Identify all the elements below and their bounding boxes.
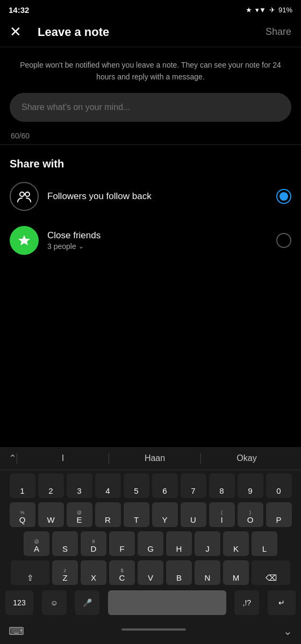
keyboard-area: ⌃ I Haan Okay 1 2 3 4 5 6 7 8 9 0 %Q W @… bbox=[0, 447, 301, 644]
key-b[interactable]: B bbox=[166, 560, 192, 585]
followers-label-group: Followers you follow back bbox=[47, 191, 152, 202]
key-q[interactable]: %Q bbox=[10, 502, 35, 527]
share-with-section: Share with Followers you follow back bbox=[0, 150, 301, 277]
return-key[interactable]: ↵ bbox=[268, 590, 296, 615]
share-with-title: Share with bbox=[10, 158, 291, 170]
close-button[interactable]: ✕ bbox=[10, 24, 31, 40]
key-g[interactable]: G bbox=[138, 531, 163, 556]
option-close-friends-left: Close friends 3 people ⌄ bbox=[10, 226, 101, 255]
followers-label: Followers you follow back bbox=[47, 191, 152, 202]
bluetooth-icon: ★ bbox=[246, 6, 252, 14]
key-0[interactable]: 0 bbox=[266, 473, 292, 498]
key-y[interactable]: Y bbox=[152, 502, 178, 527]
suggestions-chevron[interactable]: ⌃ bbox=[9, 452, 17, 464]
key-a[interactable]: @A bbox=[24, 531, 49, 556]
key-e[interactable]: @E bbox=[67, 502, 92, 527]
key-5[interactable]: 5 bbox=[124, 473, 149, 498]
row-qp: %Q W @E R T Y U (I )O P bbox=[2, 502, 299, 527]
key-7[interactable]: 7 bbox=[181, 473, 206, 498]
key-s[interactable]: S bbox=[52, 531, 78, 556]
status-icons: ★ ▾▼ ✈ 91% bbox=[246, 6, 292, 14]
status-time: 14:32 bbox=[9, 5, 29, 14]
num-switch-key[interactable]: 123 bbox=[5, 590, 33, 615]
key-h[interactable]: H bbox=[166, 531, 192, 556]
keyboard-icon[interactable]: ⌨ bbox=[9, 625, 24, 638]
close-friends-icon bbox=[10, 226, 39, 255]
battery-icon: 91% bbox=[278, 6, 292, 14]
row-zm: ⇧ zZ X $C V B N M ⌫ bbox=[2, 560, 299, 585]
option-close-friends[interactable]: Close friends 3 people ⌄ bbox=[10, 226, 291, 255]
key-v[interactable]: V bbox=[138, 560, 163, 585]
key-2[interactable]: 2 bbox=[38, 473, 64, 498]
key-t[interactable]: T bbox=[124, 502, 149, 527]
chevron-down-icon[interactable]: ⌄ bbox=[283, 625, 292, 638]
key-9[interactable]: 9 bbox=[238, 473, 263, 498]
key-z[interactable]: zZ bbox=[52, 560, 78, 585]
key-k[interactable]: K bbox=[223, 531, 249, 556]
shift-key[interactable]: ⇧ bbox=[11, 560, 49, 585]
followers-radio-inner bbox=[280, 192, 288, 201]
close-friends-label: Close friends bbox=[47, 230, 101, 241]
suggestions-row: ⌃ I Haan Okay bbox=[0, 447, 301, 470]
key-c[interactable]: $C bbox=[109, 560, 135, 585]
info-section: People won't be notified when you leave … bbox=[0, 47, 301, 93]
page-title: Leave a note bbox=[38, 25, 266, 39]
key-4[interactable]: 4 bbox=[95, 473, 121, 498]
backspace-key[interactable]: ⌫ bbox=[252, 560, 290, 585]
info-text: People won't be notified when you leave … bbox=[15, 59, 286, 83]
key-r[interactable]: R bbox=[95, 502, 121, 527]
key-w[interactable]: W bbox=[38, 502, 64, 527]
key-1[interactable]: 1 bbox=[10, 473, 35, 498]
suggestion-okay[interactable]: Okay bbox=[201, 453, 292, 463]
svg-point-1 bbox=[25, 192, 30, 196]
key-j[interactable]: J bbox=[195, 531, 220, 556]
option-followers-left: Followers you follow back bbox=[10, 182, 152, 211]
close-friends-sublabel: 3 people ⌄ bbox=[47, 242, 101, 251]
key-3[interactable]: 3 bbox=[67, 473, 92, 498]
key-p[interactable]: P bbox=[266, 502, 292, 527]
char-count: 60/60 bbox=[0, 127, 301, 145]
key-d[interactable]: 8D bbox=[81, 531, 106, 556]
row-al: @A S 8D F G H J K L bbox=[2, 531, 299, 556]
key-6[interactable]: 6 bbox=[152, 473, 178, 498]
key-m[interactable]: M bbox=[223, 560, 249, 585]
home-indicator bbox=[121, 628, 186, 631]
key-o[interactable]: )O bbox=[238, 502, 263, 527]
note-input[interactable] bbox=[10, 93, 291, 122]
suggestion-haan[interactable]: Haan bbox=[109, 453, 200, 463]
signal-icon: ✈ bbox=[269, 6, 275, 14]
bottom-keyboard-row: 123 ☺ 🎤 ,!? ↵ bbox=[2, 589, 299, 619]
key-x[interactable]: X bbox=[81, 560, 106, 585]
close-friends-label-group: Close friends 3 people ⌄ bbox=[47, 230, 101, 251]
followers-radio[interactable] bbox=[276, 189, 291, 204]
status-bar: 14:32 ★ ▾▼ ✈ 91% bbox=[0, 0, 301, 19]
keyboard: 1 2 3 4 5 6 7 8 9 0 %Q W @E R T Y U (I )… bbox=[0, 470, 301, 621]
suggestion-I[interactable]: I bbox=[17, 453, 109, 463]
header: ✕ Leave a note Share bbox=[0, 19, 301, 47]
svg-marker-2 bbox=[18, 235, 30, 245]
wifi-icon: ▾▼ bbox=[255, 6, 266, 14]
number-row: 1 2 3 4 5 6 7 8 9 0 bbox=[2, 473, 299, 498]
mic-key[interactable]: 🎤 bbox=[75, 590, 99, 615]
key-8[interactable]: 8 bbox=[209, 473, 235, 498]
svg-point-0 bbox=[20, 192, 24, 196]
input-section bbox=[0, 93, 301, 127]
nav-bar: ⌨ ⌄ bbox=[0, 621, 301, 644]
share-button[interactable]: Share bbox=[266, 26, 291, 38]
key-f[interactable]: F bbox=[109, 531, 135, 556]
space-key[interactable] bbox=[108, 590, 226, 615]
followers-icon bbox=[10, 182, 39, 211]
key-u[interactable]: U bbox=[181, 502, 206, 527]
close-friends-radio[interactable] bbox=[276, 233, 291, 248]
key-n[interactable]: N bbox=[195, 560, 220, 585]
option-followers[interactable]: Followers you follow back bbox=[10, 182, 291, 211]
key-i[interactable]: (I bbox=[209, 502, 235, 527]
key-l[interactable]: L bbox=[252, 531, 277, 556]
emoji-key[interactable]: ☺ bbox=[42, 590, 67, 615]
punct-key[interactable]: ,!? bbox=[234, 590, 259, 615]
chevron-down-icon: ⌄ bbox=[78, 243, 84, 250]
